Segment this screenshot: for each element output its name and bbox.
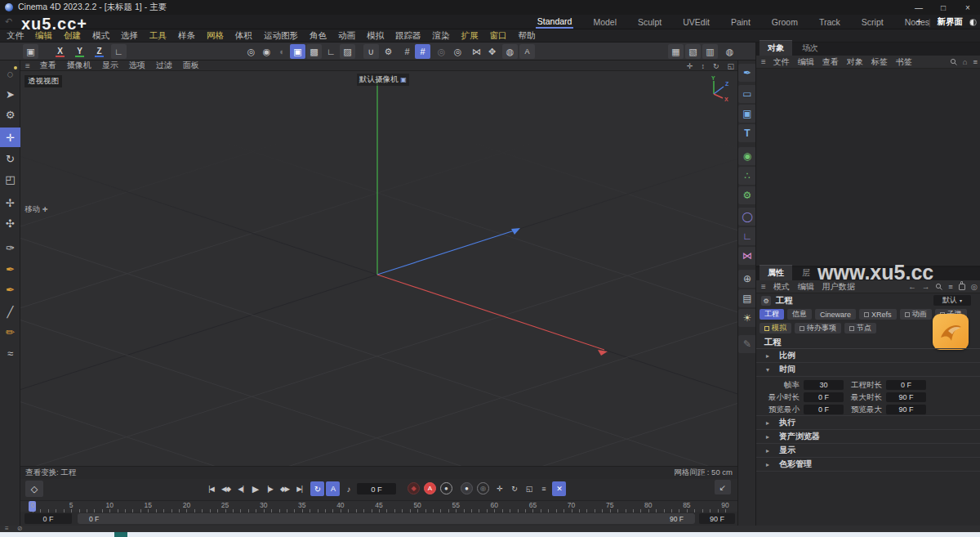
selection-settings-tool-icon[interactable]: ⚙ [0,105,20,124]
symmetry-icon[interactable]: ⋈ [469,44,484,59]
hamburger-icon[interactable]: ≡ [25,61,29,70]
hamburger-icon[interactable]: ≡ [761,57,765,66]
menubar-item[interactable]: 窗口 [490,30,507,42]
group-header-资产浏览器[interactable]: ▸资产浏览器 [756,430,980,444]
workspace-tab-groom[interactable]: Groom [770,16,800,28]
snap-settings-icon[interactable]: ⚙ [381,44,396,59]
dolly-view-icon[interactable]: ↕ [701,62,705,70]
multi-tweak-tool-icon[interactable]: ✣ [0,213,20,233]
range-end-field[interactable]: 90 F [699,513,735,524]
play-button[interactable]: ▶ [248,481,262,496]
camera-label[interactable]: 默认摄像机 ▣ [357,74,409,86]
environment-icon[interactable]: ⊕ [738,270,756,288]
filter-icon[interactable]: ≡ [973,57,978,66]
light-icon[interactable]: ☀ [738,309,756,327]
object-manager-menu-item[interactable]: 书签 [896,56,912,68]
hamburger-icon[interactable]: ≡ [761,282,765,291]
cube-primitive-icon[interactable]: ▣ [738,105,756,123]
field-input-预览最大[interactable]: 90 F [886,405,926,414]
axis-lock-y-button[interactable]: Y [72,44,87,59]
workspace-tab-track[interactable]: Track [817,16,842,28]
quantize-icon[interactable]: # [399,44,415,59]
menubar-item[interactable]: 扩展 [461,30,479,42]
history-box-icon[interactable]: ▣ [23,44,38,59]
group-header-执行[interactable]: ▸执行 [756,416,980,430]
texture-mode-icon[interactable]: ▩ [306,44,322,59]
pen-points-tool-icon[interactable]: ✒ [0,280,20,299]
go-to-start-button[interactable]: |◀ [204,481,218,496]
view-name-label[interactable]: 透视视图 [24,75,62,87]
filter-icon[interactable]: ≡ [948,282,953,291]
loop-toggle[interactable]: ↻ [310,481,324,496]
group-header-时间[interactable]: ▾时间 [756,363,980,377]
toggle-view-icon[interactable]: ◱ [727,62,734,70]
workspace-tab-model[interactable]: Model [591,16,618,28]
target-icon[interactable]: ◎ [971,282,978,291]
record-rotation-toggle[interactable]: ↻ [507,481,521,496]
menubar-item[interactable]: 运动图形 [264,30,298,42]
search-icon[interactable] [950,58,957,65]
object-manager-menu-item[interactable]: 查看 [822,56,839,68]
viewport-menu-item[interactable]: 面板 [183,60,199,71]
axis-lock-z-button[interactable]: Z [91,44,107,59]
new-layout-label[interactable]: 新界面 [938,16,964,28]
record-position-toggle[interactable]: ✛ [492,481,506,496]
active-object-row[interactable]: ⚙ 工程 默认▾ [756,293,980,308]
sketch-tool-icon[interactable]: ≈ [0,343,20,363]
text-icon[interactable]: T [738,124,756,142]
attributes-menu-item[interactable]: 模式 [773,281,790,293]
workspace-tab-script[interactable]: Script [860,16,885,28]
symmetry-axis-icon[interactable]: ✥ [484,44,500,59]
generator-icon[interactable]: ◉ [738,147,756,165]
group-header-色彩管理[interactable]: ▸色彩管理 [756,458,980,472]
mode-chip-工程[interactable]: 工程 [760,309,784,320]
previous-key-button[interactable]: ◀◆ [219,481,233,496]
mode-chip-待办事项[interactable]: 待办事项 [795,323,841,333]
previous-frame-button[interactable]: ◀| [234,481,247,496]
menubar-item[interactable]: 帮助 [519,30,536,42]
mode-chip-模拟[interactable]: 模拟 [760,323,791,333]
pen-square-tool-icon[interactable]: ✒ [0,259,20,279]
line-tool-icon[interactable]: ╱ [0,302,20,321]
record-active-objects-button[interactable]: ● [461,482,473,494]
viewport-canvas[interactable]: 透视视图 默认摄像机 ▣ 移动 ✛ Y Z X [20,71,737,466]
menubar-item[interactable]: 样条 [178,30,195,42]
viewport[interactable]: ≡查看摄像机显示选项过滤面板✛↕↻◱ 透视视图 默认摄像机 ▣ 移动 ✛ Y Z… [20,60,737,479]
plane-lock-icon[interactable]: ▨ [340,44,355,59]
menubar-item[interactable]: 模式 [92,30,109,42]
menubar-item[interactable]: 模拟 [367,30,384,42]
magnet-snap-icon[interactable]: ∪ [363,44,379,59]
close-button[interactable]: × [956,0,980,15]
theme-circle-icon[interactable] [969,19,977,26]
mode-chip-节点[interactable]: 节点 [844,323,876,333]
next-frame-button[interactable]: |▶ [263,481,277,496]
mode-chip-Cineware[interactable]: Cineware [815,309,856,320]
range-start-field[interactable]: 0 F [24,513,72,524]
object-manager-menu-item[interactable]: 文件 [773,56,790,68]
axis-gizmo[interactable]: Y Z X [697,74,731,102]
enable-axis-icon[interactable]: ◉ [259,44,274,59]
ring-b-icon[interactable]: ◎ [450,44,466,59]
preset-dropdown[interactable]: 默认▾ [933,295,971,306]
workspace-tab-sculpt[interactable]: Sculpt [636,16,663,28]
spline-pen-icon[interactable]: ✒ [738,64,756,82]
group-header-比例[interactable]: ▸比例 [756,349,980,363]
go-to-end-button[interactable]: ▶| [292,481,306,496]
material-icon[interactable]: ✎ [738,335,756,353]
add-layout-button[interactable]: + [916,16,922,28]
current-frame-field[interactable]: 0 F [357,483,396,494]
viewport-menu-item[interactable]: 显示 [102,60,118,71]
modeling-settings-icon[interactable]: ◍ [502,44,518,59]
move-tool-icon[interactable]: ✛ [0,128,20,147]
interactive-render-icon[interactable]: ◍ [722,44,737,59]
keyframe-selection-button[interactable]: ● [440,482,452,494]
pan-view-icon[interactable]: ✛ [687,62,693,70]
field-input-预览最小[interactable]: 0 F [804,405,844,414]
hamburger-icon[interactable]: ≡ [5,526,9,532]
object-manager-menu-item[interactable]: 对象 [847,56,863,68]
workspace-tab-paint[interactable]: Paint [729,16,752,28]
menubar-item[interactable]: 体积 [235,30,252,42]
quantize-active-icon[interactable]: # [415,44,430,59]
fcurve-button[interactable]: ↙ [715,480,731,494]
workplane-icon[interactable]: ∟ [323,44,339,59]
